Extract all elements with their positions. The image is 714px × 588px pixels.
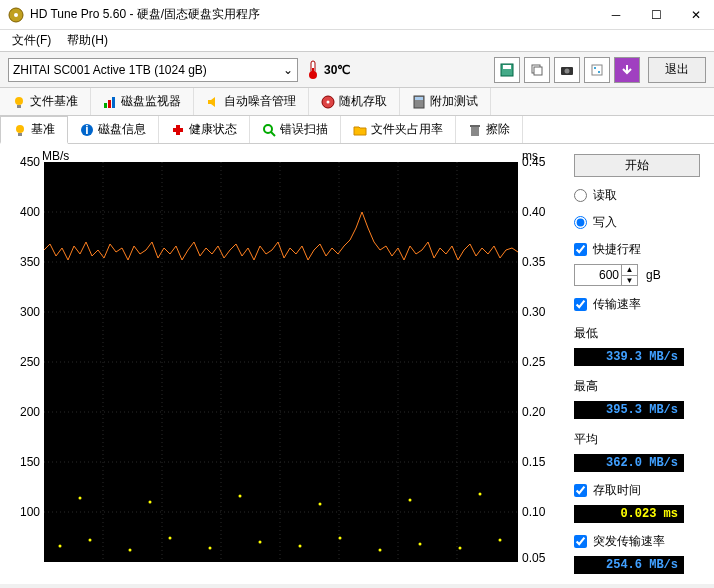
bulb-icon	[13, 123, 27, 137]
tab-health[interactable]: 健康状态	[159, 116, 250, 143]
svg-text:400: 400	[20, 205, 40, 219]
maximize-button[interactable]: ☐	[646, 8, 666, 22]
max-value: 395.3 MB/s	[574, 401, 684, 419]
svg-line-30	[271, 132, 275, 136]
close-button[interactable]: ✕	[686, 8, 706, 22]
access-time-check[interactable]: 存取时间	[574, 482, 700, 499]
svg-point-60	[79, 497, 82, 500]
trash-icon	[468, 123, 482, 137]
tool-settings-icon[interactable]	[584, 57, 610, 83]
svg-rect-24	[18, 133, 22, 136]
svg-rect-11	[592, 65, 602, 75]
minimize-button[interactable]: ─	[606, 8, 626, 22]
min-value: 339.3 MB/s	[574, 348, 684, 366]
svg-text:0.35: 0.35	[522, 255, 546, 269]
short-stroke-input[interactable]: 600 ▲▼	[574, 264, 638, 286]
avg-value: 362.0 MB/s	[574, 454, 684, 472]
menu-file[interactable]: 文件(F)	[4, 30, 59, 51]
svg-point-49	[89, 539, 92, 542]
folder-icon	[353, 123, 367, 137]
tab-file-benchmark[interactable]: 文件基准	[0, 88, 91, 115]
svg-text:0.30: 0.30	[522, 305, 546, 319]
svg-rect-8	[534, 67, 542, 75]
svg-text:0.25: 0.25	[522, 355, 546, 369]
read-radio[interactable]: 读取	[574, 187, 700, 204]
avg-label: 平均	[574, 431, 700, 448]
svg-point-57	[419, 543, 422, 546]
chart-icon	[103, 95, 117, 109]
svg-point-51	[169, 537, 172, 540]
tool-down-icon[interactable]	[614, 57, 640, 83]
svg-text:0.40: 0.40	[522, 205, 546, 219]
svg-rect-31	[471, 127, 479, 136]
tool-save-icon[interactable]	[494, 57, 520, 83]
svg-point-52	[209, 547, 212, 550]
svg-point-48	[59, 545, 62, 548]
svg-text:0.10: 0.10	[522, 505, 546, 519]
spin-up-icon[interactable]: ▲	[622, 265, 637, 276]
tab-disk-monitor[interactable]: 磁盘监视器	[91, 88, 194, 115]
speaker-icon	[206, 95, 220, 109]
svg-point-13	[598, 71, 600, 73]
svg-point-50	[129, 549, 132, 552]
write-radio[interactable]: 写入	[574, 214, 700, 231]
svg-text:0.45: 0.45	[522, 155, 546, 169]
svg-text:0.15: 0.15	[522, 455, 546, 469]
svg-rect-4	[312, 68, 314, 74]
svg-text:450: 450	[20, 155, 40, 169]
svg-rect-16	[104, 103, 107, 108]
svg-point-59	[499, 539, 502, 542]
tab-erase[interactable]: 擦除	[456, 116, 523, 143]
calc-icon	[412, 95, 426, 109]
svg-point-23	[16, 125, 24, 133]
bulb-icon	[12, 95, 26, 109]
short-stroke-check[interactable]: 快捷行程	[574, 241, 700, 258]
svg-text:300: 300	[20, 305, 40, 319]
tab-benchmark[interactable]: 基准	[0, 116, 68, 144]
svg-point-20	[327, 100, 330, 103]
tool-screenshot-icon[interactable]	[554, 57, 580, 83]
tab-random[interactable]: 随机存取	[309, 88, 400, 115]
svg-text:MB/s: MB/s	[42, 150, 69, 163]
drive-select[interactable]: ZHITAI SC001 Active 1TB (1024 gB) ⌄	[8, 58, 298, 82]
svg-text:250: 250	[20, 355, 40, 369]
menu-help[interactable]: 帮助(H)	[59, 30, 116, 51]
tab-info[interactable]: i磁盘信息	[68, 116, 159, 143]
start-button[interactable]: 开始	[574, 154, 700, 177]
min-label: 最低	[574, 325, 700, 342]
access-value: 0.023 ms	[574, 505, 684, 523]
svg-point-10	[565, 68, 570, 73]
info-icon: i	[80, 123, 94, 137]
spin-down-icon[interactable]: ▼	[622, 276, 637, 286]
svg-rect-15	[17, 105, 21, 108]
svg-rect-32	[470, 125, 480, 127]
tab-extra[interactable]: 附加测试	[400, 88, 491, 115]
svg-text:350: 350	[20, 255, 40, 269]
svg-point-14	[15, 97, 23, 105]
svg-point-54	[299, 545, 302, 548]
transfer-rate-check[interactable]: 传输速率	[574, 296, 700, 313]
tab-aam[interactable]: 自动噪音管理	[194, 88, 309, 115]
exit-button[interactable]: 退出	[648, 57, 706, 83]
svg-text:0.05: 0.05	[522, 551, 546, 565]
svg-rect-28	[173, 128, 183, 132]
tab-folder-usage[interactable]: 文件夹占用率	[341, 116, 456, 143]
max-label: 最高	[574, 378, 700, 395]
benchmark-chart: MB/s 450 400 350 300 250 200 150 100 ms …	[0, 144, 560, 564]
svg-rect-22	[415, 97, 423, 100]
svg-point-1	[14, 13, 18, 17]
svg-rect-6	[503, 65, 511, 69]
app-icon	[8, 7, 24, 23]
temperature: 30℃	[324, 63, 350, 77]
svg-text:200: 200	[20, 405, 40, 419]
burst-check[interactable]: 突发传输速率	[574, 533, 700, 550]
svg-point-64	[409, 499, 412, 502]
cross-icon	[171, 123, 185, 137]
disk-icon	[321, 95, 335, 109]
tool-copy-icon[interactable]	[524, 57, 550, 83]
svg-point-53	[259, 541, 262, 544]
tab-error-scan[interactable]: 错误扫描	[250, 116, 341, 143]
unit-gb: gB	[646, 268, 661, 282]
svg-point-56	[379, 549, 382, 552]
svg-point-12	[594, 67, 596, 69]
